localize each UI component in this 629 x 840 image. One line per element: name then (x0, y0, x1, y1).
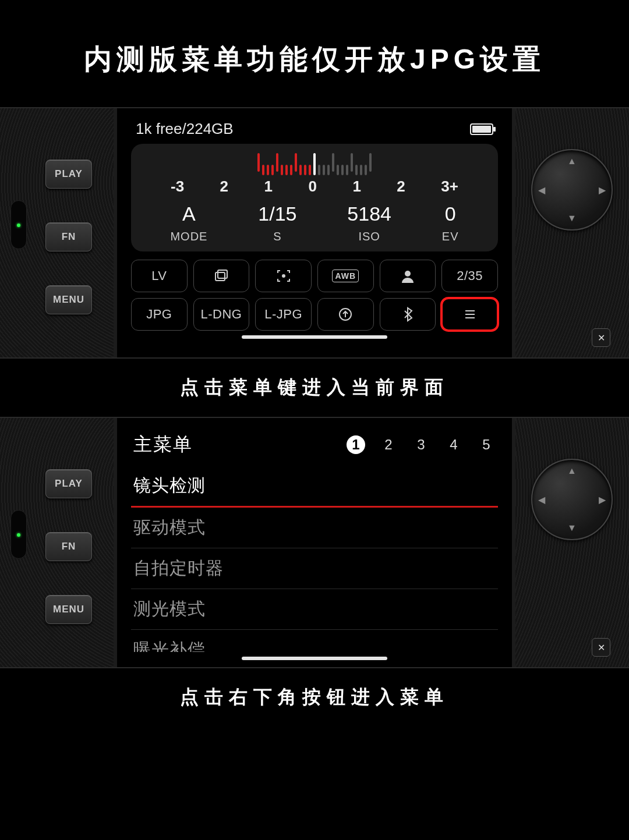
exposure-meter-labels: -3210123+ (145, 178, 484, 196)
hamburger-icon (462, 306, 478, 322)
svg-rect-0 (215, 272, 225, 281)
fn-button[interactable]: FN (45, 532, 92, 561)
menu-item[interactable]: 曝光补偿 (131, 630, 498, 652)
svg-rect-1 (218, 270, 227, 278)
drive-mode-button[interactable] (193, 260, 250, 292)
home-indicator[interactable] (242, 335, 387, 339)
readouts-row: AMODE1/15S5184ISO0EV (145, 203, 484, 243)
fn-button[interactable]: FN (45, 222, 92, 251)
readout[interactable]: 5184ISO (347, 203, 391, 243)
stack-icon (213, 268, 229, 284)
play-button[interactable]: PLAY (45, 160, 92, 189)
awb-label: AWB (332, 270, 359, 282)
person-icon (400, 268, 416, 284)
menu-page-2[interactable]: 2 (379, 435, 398, 454)
readout-label: EV (442, 230, 459, 243)
dpad-down-icon[interactable]: ▼ (567, 213, 577, 224)
menu-item[interactable]: 自拍定时器 (131, 548, 498, 589)
menu-page-3[interactable]: 3 (412, 435, 430, 454)
menu-button[interactable]: MENU (45, 595, 92, 624)
readout-value: 5184 (347, 203, 391, 225)
menu-page-5[interactable]: 5 (477, 435, 496, 454)
page-headline: 内测版菜单功能仅开放JPG设置 (0, 0, 629, 107)
menu-item[interactable]: 测光模式 (131, 589, 498, 630)
collapse-icon[interactable]: ✕ (592, 328, 610, 347)
dpad-right-icon[interactable]: ▶ (599, 494, 606, 505)
home-indicator[interactable] (242, 657, 387, 660)
camera-screenshot-1: PLAY FN MENU ▲ ▼ ◀ ▶ ✕ 1k free/224GB -32… (0, 107, 629, 359)
lcd-shooting-screen: 1k free/224GB -3210123+ AMODE1/15S5184IS… (114, 108, 515, 357)
readout-label: S (258, 230, 296, 243)
meter-stop-label: 0 (308, 178, 316, 196)
caption-2: 点击右下角按钮进入菜单 (0, 668, 629, 726)
caption-1: 点击菜单键进入当前界面 (0, 359, 629, 417)
menu-title: 主菜单 (133, 432, 193, 458)
svg-point-3 (405, 271, 411, 277)
readout-label: MODE (170, 230, 207, 243)
meter-stop-label: -3 (171, 178, 184, 196)
bluetooth-button[interactable] (380, 298, 436, 331)
readout[interactable]: 1/15S (258, 203, 296, 243)
hamburger-menu-button[interactable] (441, 298, 498, 331)
dpad-down-icon[interactable]: ▼ (567, 523, 577, 533)
camera-screenshot-2: PLAY FN MENU ▲ ▼ ◀ ▶ ✕ 主菜单 12345 镜头检测驱动模… (0, 417, 629, 668)
meter-stop-label: 1 (352, 178, 361, 196)
exposure-panel: -3210123+ AMODE1/15S5184ISO0EV (131, 144, 498, 251)
readout[interactable]: AMODE (170, 203, 207, 243)
dpad[interactable]: ▲ ▼ ◀ ▶ (531, 149, 613, 231)
ldng-button[interactable]: L-DNG (193, 298, 250, 331)
counter-button[interactable]: 2/35 (441, 260, 498, 292)
storage-status: 1k free/224GB (136, 120, 234, 138)
play-button[interactable]: PLAY (45, 469, 92, 498)
led-on-indicator (17, 224, 20, 227)
dpad-up-icon[interactable]: ▲ (567, 156, 577, 166)
soft-button-grid: LV AWB 2/35 JPG L-DNG L-JPG (131, 260, 498, 331)
readout-value: 0 (442, 203, 459, 225)
dpad-left-icon[interactable]: ◀ (538, 185, 545, 196)
focus-button[interactable] (255, 260, 312, 292)
exposure-meter (145, 153, 484, 175)
readout-value: A (170, 203, 207, 225)
profile-button[interactable] (380, 260, 436, 292)
jpg-button[interactable]: JPG (131, 298, 188, 331)
meter-stop-label: 3+ (441, 178, 458, 196)
readout[interactable]: 0EV (442, 203, 459, 243)
meter-stop-label: 1 (264, 178, 273, 196)
upload-button[interactable] (317, 298, 374, 331)
menu-page-4[interactable]: 4 (444, 435, 463, 454)
readout-value: 1/15 (258, 203, 296, 225)
dpad-left-icon[interactable]: ◀ (538, 494, 545, 505)
menu-item[interactable]: 镜头检测 (131, 466, 498, 508)
dpad-up-icon[interactable]: ▲ (567, 466, 577, 476)
lcd-menu-screen: 主菜单 12345 镜头检测驱动模式自拍定时器测光模式曝光补偿M-ISO (114, 418, 515, 667)
dpad[interactable]: ▲ ▼ ◀ ▶ (531, 459, 613, 540)
bluetooth-icon (400, 306, 416, 322)
menu-page-1[interactable]: 1 (347, 435, 365, 454)
menu-page-tabs: 12345 (347, 435, 496, 454)
readout-label: ISO (347, 230, 391, 243)
battery-icon (470, 123, 493, 135)
white-balance-button[interactable]: AWB (317, 260, 374, 292)
svg-point-2 (282, 275, 285, 277)
focus-point-icon (275, 268, 292, 284)
upload-icon (337, 306, 354, 322)
meter-stop-label: 2 (397, 178, 405, 196)
collapse-icon[interactable]: ✕ (592, 638, 610, 657)
menu-button[interactable]: MENU (45, 285, 92, 314)
meter-stop-label: 2 (220, 178, 228, 196)
lv-button[interactable]: LV (131, 260, 188, 292)
menu-item[interactable]: 驱动模式 (131, 508, 498, 548)
led-on-indicator (17, 533, 20, 537)
dpad-right-icon[interactable]: ▶ (599, 185, 606, 196)
ljpg-button[interactable]: L-JPG (255, 298, 312, 331)
menu-list: 镜头检测驱动模式自拍定时器测光模式曝光补偿M-ISO (131, 466, 498, 652)
